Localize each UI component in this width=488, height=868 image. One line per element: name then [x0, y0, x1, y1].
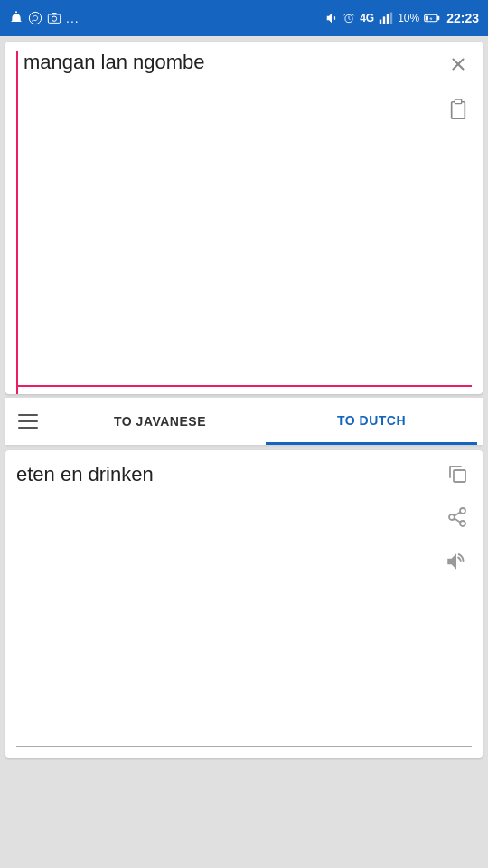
- clipboard-button[interactable]: [445, 94, 472, 125]
- output-card: eten en drinken: [5, 450, 483, 758]
- translation-input[interactable]: [16, 51, 472, 394]
- clipboard-icon: [448, 98, 468, 121]
- battery-icon: [424, 12, 440, 24]
- signal-icon: [379, 12, 393, 24]
- svg-point-20: [449, 514, 455, 520]
- notification-icon: [9, 11, 23, 25]
- svg-rect-18: [454, 470, 465, 482]
- svg-rect-4: [52, 13, 56, 14]
- hamburger-icon: [18, 414, 38, 429]
- time-display: 22:23: [446, 11, 479, 25]
- whatsapp-icon: [28, 11, 42, 25]
- mute-icon: [325, 12, 338, 24]
- sound-icon: [445, 550, 468, 573]
- translation-output: eten en drinken: [16, 463, 472, 644]
- camera-icon: [47, 11, 61, 25]
- more-dots: ...: [66, 11, 80, 25]
- svg-rect-17: [455, 99, 461, 104]
- share-icon: [446, 506, 468, 528]
- svg-rect-7: [380, 20, 381, 24]
- clear-button[interactable]: [445, 51, 472, 78]
- tab-dutch[interactable]: TO DUTCH: [266, 398, 477, 445]
- svg-rect-16: [452, 102, 465, 118]
- svg-rect-8: [383, 16, 385, 24]
- copy-icon: [446, 463, 468, 485]
- network-label: 4G: [360, 12, 374, 24]
- tab-bar: TO JAVANESE TO DUTCH: [5, 398, 483, 445]
- svg-point-1: [29, 12, 41, 24]
- input-underline: [16, 385, 472, 387]
- svg-point-3: [52, 16, 56, 21]
- svg-point-21: [460, 521, 465, 526]
- sound-button[interactable]: [441, 546, 472, 577]
- svg-rect-10: [390, 13, 392, 24]
- tab-javanese[interactable]: TO JAVANESE: [54, 398, 266, 445]
- menu-button[interactable]: [11, 407, 45, 436]
- battery-percent: 10%: [398, 12, 419, 24]
- svg-line-23: [455, 518, 461, 522]
- svg-rect-2: [48, 14, 60, 23]
- input-card: [5, 42, 483, 394]
- svg-rect-12: [437, 16, 439, 21]
- alarm-icon: [343, 12, 355, 24]
- clear-icon: [448, 54, 468, 74]
- share-button[interactable]: [443, 503, 472, 532]
- svg-rect-9: [387, 14, 389, 24]
- output-underline: [16, 746, 472, 747]
- status-left-icons: ...: [9, 11, 80, 25]
- svg-point-19: [460, 508, 465, 514]
- status-bar: ... 4G 10% 22:23: [0, 0, 488, 36]
- svg-rect-13: [426, 15, 428, 20]
- status-right-icons: 4G 10% 22:23: [325, 11, 479, 25]
- svg-point-0: [15, 11, 17, 13]
- svg-line-22: [455, 512, 461, 515]
- copy-button[interactable]: [443, 459, 472, 488]
